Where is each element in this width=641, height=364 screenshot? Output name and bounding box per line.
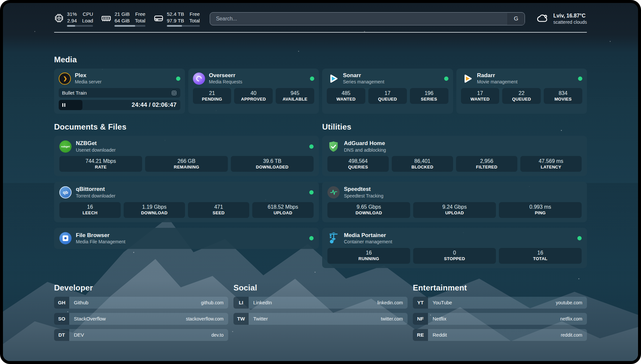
stat-tile: 0 STOPPED	[413, 248, 496, 264]
stat-tile: 2,956 FILTERED	[456, 156, 517, 172]
bookmark-netflix[interactable]: NF Netflix netflix.com	[413, 313, 587, 325]
stat-tile: 40 APPROVED	[234, 88, 273, 104]
stat-tile: 21 PENDING	[193, 88, 231, 104]
weather-condition: scattered clouds	[553, 19, 587, 25]
stat-tile: 1.19 Gbps DOWNLOAD	[124, 202, 185, 218]
stat-tile: 618.52 Mbps UPLOAD	[252, 202, 314, 218]
nzbget-logo-icon: nzbget	[59, 140, 72, 153]
bookmark-name: LinkedIn	[249, 297, 272, 309]
weather-location-temp: Lviv, 16.87°C	[553, 12, 587, 19]
service-title: Plex	[75, 72, 102, 79]
bookmark-twitter[interactable]: TW Twitter twitter.com	[233, 313, 408, 325]
ram-icon	[101, 13, 111, 25]
service-card-overseerr[interactable]: Overseerr Media Requests 21 PENDING 40 A…	[188, 69, 319, 114]
bookmark-url: linkedin.com	[377, 297, 408, 309]
service-title: AdGuard Home	[344, 140, 386, 147]
section-heading-documents: Documents & Files	[54, 122, 319, 132]
bookmark-youtube[interactable]: YT YouTube youtube.com	[413, 297, 587, 309]
disk-free-label: Free	[190, 11, 200, 17]
stat-tile: 16 TOTAL	[499, 248, 582, 264]
bookmark-url: github.com	[201, 297, 228, 309]
search-input[interactable]	[210, 12, 525, 25]
stat-tile: 0.993 ms PING	[499, 202, 582, 218]
section-heading-entertainment: Entertainment	[413, 283, 587, 292]
service-card-nzbget[interactable]: nzbget NZBGet Usenet downloader 744.21 M…	[54, 136, 319, 176]
service-title: Overseerr	[209, 72, 242, 79]
service-card-speedtest[interactable]: Speedtest Speedtest Tracking 9.65 Gbps D…	[322, 182, 587, 222]
service-subtitle: Movie management	[477, 79, 518, 85]
service-title: File Browser	[76, 232, 125, 239]
section-heading-social: Social	[233, 283, 408, 292]
status-dot	[309, 236, 314, 240]
bookmark-url: twitter.com	[381, 313, 408, 325]
stat-tile: 498,564 QUERIES	[327, 156, 389, 172]
bookmark-group-entertainment: Entertainment YT YouTube youtube.com NF …	[413, 283, 587, 341]
bookmark-abbr: RE	[413, 329, 428, 341]
status-dot	[309, 144, 314, 149]
status-dot	[444, 76, 448, 81]
stat-tile: 9.65 Gbps DOWNLOAD	[327, 202, 410, 218]
memory-total-value: 64 GiB	[114, 17, 130, 24]
sonarr-logo-icon	[327, 73, 339, 85]
service-card-qbittorrent[interactable]: qb qBittorrent Torrent downloader 16 LEE…	[54, 182, 319, 222]
cpu-load-label: Load	[82, 17, 93, 24]
bookmark-github[interactable]: GH Github github.com	[54, 297, 228, 309]
service-subtitle: DNS and adblocking	[344, 147, 386, 153]
overseerr-logo-icon	[193, 73, 205, 85]
bookmark-name: StackOverflow	[69, 313, 106, 325]
service-subtitle: Media Requests	[209, 79, 242, 85]
bookmark-abbr: TW	[233, 313, 249, 325]
bookmark-stackoverflow[interactable]: SO StackOverflow stackoverflow.com	[54, 313, 228, 325]
bookmark-abbr: NF	[413, 313, 428, 325]
portainer-logo-icon	[327, 232, 340, 244]
bookmark-name: Netflix	[428, 313, 446, 325]
bookmark-abbr: LI	[233, 297, 249, 309]
stat-tile: 9.24 Gbps UPLOAD	[413, 202, 496, 218]
top-bar: 31% 2.94 CPU Load	[54, 3, 587, 27]
bookmark-linkedin[interactable]: LI LinkedIn linkedin.com	[233, 297, 408, 309]
service-title: NZBGet	[76, 140, 116, 147]
adguard-logo-icon	[327, 140, 340, 153]
stat-tile: 266 GB REMAINING	[145, 156, 228, 172]
stat-tile: 744.21 Mbps RATE	[59, 156, 142, 172]
search-engine-button[interactable]: G	[507, 13, 525, 25]
service-subtitle: Media File Management	[76, 239, 125, 245]
service-card-filebrowser[interactable]: File Browser Media File Management	[54, 228, 319, 249]
bookmark-name: DEV	[69, 329, 84, 341]
stat-tile: 196 SERIES	[410, 88, 448, 104]
service-card-plex[interactable]: ❯ Plex Media server Bullet Train	[54, 69, 185, 114]
radarr-logo-icon	[461, 73, 473, 85]
service-subtitle: Media server	[75, 79, 102, 85]
bookmark-abbr: GH	[54, 297, 69, 309]
cpu-percent: 31%	[67, 11, 77, 17]
now-playing-title: Bullet Train	[62, 90, 87, 96]
memory-widget: 21 GiB 64 GiB Free Total	[101, 11, 145, 27]
memory-usage-bar	[114, 25, 145, 27]
service-subtitle: Container management	[344, 239, 392, 245]
cpu-usage-bar	[67, 25, 93, 27]
disk-icon	[153, 13, 164, 25]
service-subtitle: Usenet downloader	[76, 147, 116, 153]
bookmark-reddit[interactable]: RE Reddit reddit.com	[413, 329, 587, 341]
disk-total-label: Total	[189, 17, 200, 24]
stat-tile: 485 WANTED	[327, 88, 365, 104]
pause-button[interactable]	[62, 103, 65, 107]
speedtest-logo-icon	[327, 186, 340, 198]
service-card-radarr[interactable]: Radarr Movie management 17 WANTED 22 QUE…	[456, 69, 587, 114]
status-dot	[578, 76, 582, 81]
service-card-sonarr[interactable]: Sonarr Series management 485 WANTED 17 Q…	[322, 69, 453, 114]
service-title: Media Portainer	[344, 232, 392, 239]
system-stats: 31% 2.94 CPU Load	[54, 11, 200, 27]
stat-tile: 16 RUNNING	[327, 248, 410, 264]
service-card-adguard[interactable]: AdGuard Home DNS and adblocking 498,564 …	[322, 136, 587, 176]
section-heading-utilities: Utilities	[322, 122, 587, 132]
filebrowser-logo-icon	[59, 232, 72, 244]
stat-tile: 471 SEED	[188, 202, 249, 218]
bookmark-group-social: Social LI LinkedIn linkedin.com TW Twitt…	[233, 283, 408, 341]
cpu-label: CPU	[83, 11, 93, 17]
weather-widget[interactable]: Lviv, 16.87°C scattered clouds	[536, 12, 587, 26]
bookmark-dev[interactable]: DT DEV dev.to	[54, 329, 228, 341]
service-card-portainer[interactable]: Media Portainer Container management 16 …	[322, 228, 587, 268]
header-divider	[54, 32, 587, 33]
now-playing-row: Bullet Train	[59, 88, 180, 98]
